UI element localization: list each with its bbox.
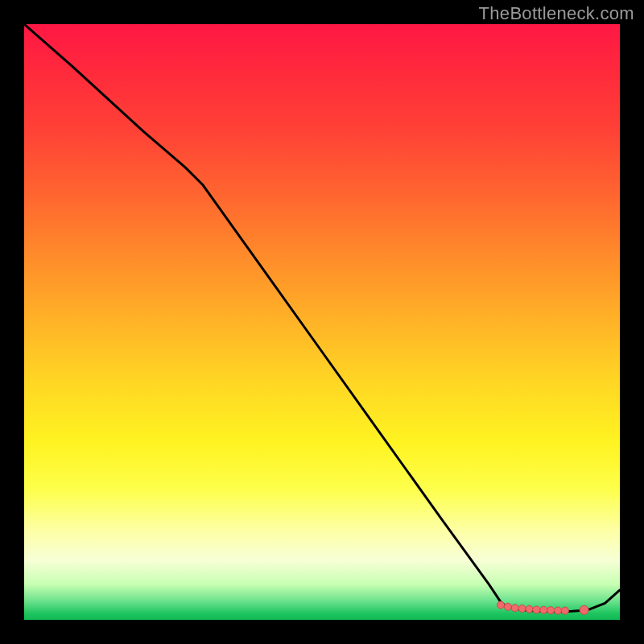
marker-dot [518,605,526,612]
chart-stage: TheBottleneck.com [0,0,644,644]
marker-dot [504,603,511,610]
bottleneck-curve [24,24,620,612]
marker-dot [547,607,555,614]
marker-dot [561,607,568,614]
chart-svg [24,24,620,620]
marker-dot [497,601,505,609]
marker-dot [511,605,518,612]
marker-dot [540,606,547,613]
marker-dot [533,606,540,613]
watermark-text: TheBottleneck.com [479,3,634,24]
marker-dot [555,607,562,614]
marker-dot [580,605,588,614]
plot-area [24,24,620,620]
marker-dot [526,605,533,613]
markers-group [497,601,589,614]
